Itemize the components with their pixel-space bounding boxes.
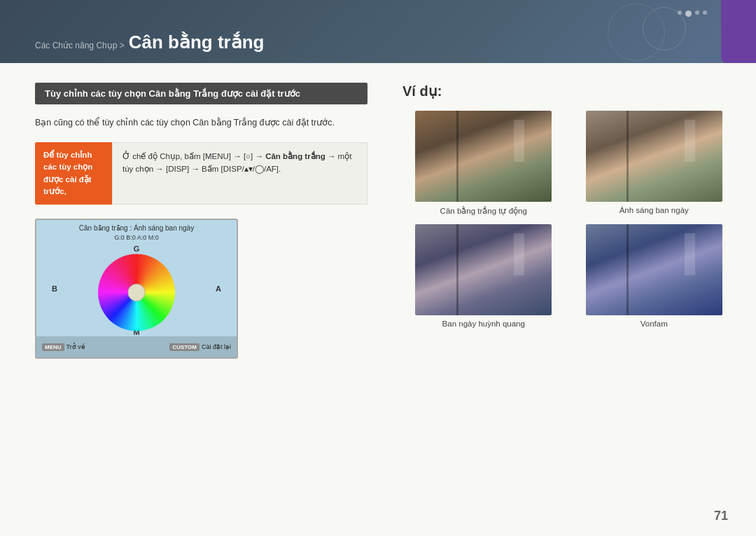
dot-3 bbox=[695, 11, 699, 15]
camera-screen-mockup: Cân bằng trắng : Ánh sáng ban ngày G:0 B… bbox=[35, 219, 238, 359]
photo-box-daylight bbox=[586, 111, 722, 202]
purple-accent-bar bbox=[721, 0, 756, 63]
label-g: G bbox=[134, 245, 140, 253]
label-b: B bbox=[52, 284, 57, 293]
photo-caption-auto: Cân bằng trắng tự động bbox=[440, 206, 527, 216]
camera-screen-subtitle: G:0 B:0 A:0 M:0 bbox=[114, 234, 159, 241]
photo-caption-vonfam: Vonfam bbox=[640, 319, 668, 328]
dot-1 bbox=[678, 11, 682, 15]
label-a: A bbox=[216, 284, 221, 293]
menu-button-area: MENU Trở về bbox=[42, 343, 85, 351]
camera-screen-title: Cân bằng trắng : Ánh sáng ban ngày bbox=[79, 224, 194, 232]
dot-2 bbox=[685, 11, 692, 17]
left-column: Tùy chỉnh các tùy chọn Cân bằng Trắng đư… bbox=[0, 63, 388, 536]
photo-box-fluorescent bbox=[415, 224, 552, 315]
photo-box-auto bbox=[415, 111, 552, 202]
photo-item-vonfam: Vonfam bbox=[573, 224, 736, 329]
photo-box-vonfam bbox=[586, 224, 722, 315]
section-heading: Tùy chỉnh các tùy chọn Cân bằng Trắng đư… bbox=[35, 83, 368, 104]
custom-button-area: CUSTOM Cài đặt lại bbox=[169, 343, 231, 351]
vi-du-title: Ví dụ: bbox=[402, 83, 735, 99]
breadcrumb-title: Cân bằng trắng bbox=[129, 32, 265, 53]
menu-btn-label: MENU bbox=[42, 343, 64, 351]
body-text: Bạn cũng có thể tùy chỉnh các tùy chọn C… bbox=[35, 116, 368, 130]
custom-btn-label: CUSTOM bbox=[169, 343, 200, 351]
custom-btn-text: Cài đặt lại bbox=[202, 343, 231, 350]
photo-item-auto: Cân bằng trắng tự động bbox=[402, 111, 565, 216]
color-circle-center bbox=[128, 284, 146, 301]
page-header: Các Chức năng Chụp > Cân bằng trắng bbox=[0, 0, 756, 63]
dot-4 bbox=[703, 11, 707, 15]
breadcrumb-prefix: Các Chức năng Chụp > bbox=[35, 41, 125, 50]
page-number: 71 bbox=[714, 509, 728, 523]
menu-btn-text: Trở về bbox=[66, 343, 85, 350]
photo-caption-fluorescent: Ban ngày huỳnh quang bbox=[442, 319, 525, 328]
color-circle bbox=[98, 254, 175, 331]
breadcrumb: Các Chức năng Chụp > Cân bằng trắng bbox=[35, 32, 265, 53]
photo-grid: Cân bằng trắng tự động Ánh sáng ban ngày… bbox=[402, 111, 735, 329]
camera-bottom-bar: MENU Trở về CUSTOM Cài đặt lại bbox=[36, 336, 237, 357]
right-column: Ví dụ: Cân bằng trắng tự động Ánh sáng b… bbox=[388, 63, 756, 536]
header-decorative-dots bbox=[678, 11, 707, 17]
photo-item-daylight: Ánh sáng ban ngày bbox=[573, 111, 736, 216]
instruction-text: Ở chế độ Chụp, bấm [MENU] → [○] → Cân bằ… bbox=[112, 142, 368, 205]
photo-item-fluorescent: Ban ngày huỳnh quang bbox=[402, 224, 565, 329]
photo-caption-daylight: Ánh sáng ban ngày bbox=[620, 206, 689, 214]
instruction-box: Để tùy chỉnh các tùy chọn được cài đặt t… bbox=[35, 142, 368, 205]
orange-label: Để tùy chỉnh các tùy chọn được cài đặt t… bbox=[35, 142, 112, 205]
main-content: Tùy chỉnh các tùy chọn Cân bằng Trắng đư… bbox=[0, 63, 756, 536]
